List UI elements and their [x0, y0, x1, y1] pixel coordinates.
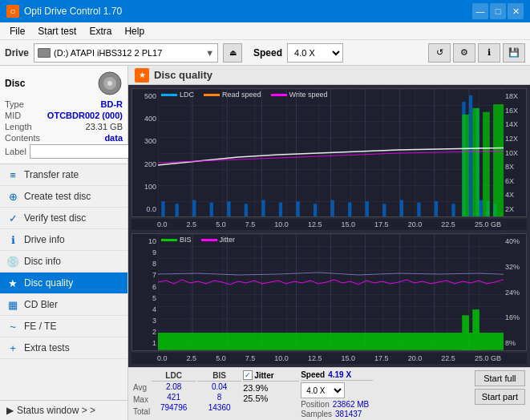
top-chart-svg — [158, 89, 504, 216]
drive-selector[interactable]: (D:) ATAPI iHBS312 2 PL17 ▼ — [34, 43, 218, 63]
ldc-legend-label: LDC — [180, 91, 194, 99]
extra-tests-label: Extra tests — [24, 342, 70, 353]
disc-type-row: Type BD-R — [5, 99, 123, 109]
svg-rect-18 — [245, 204, 248, 216]
app-icon: O — [6, 5, 19, 18]
menu-start-test[interactable]: Start test — [31, 24, 83, 38]
legend-bis: BIS — [161, 236, 192, 244]
app-title: Opti Drive Control 1.70 — [24, 6, 122, 17]
bottom-chart-legend: BIS Jitter — [161, 236, 235, 244]
fe-te-label: FE / TE — [24, 321, 56, 332]
disc-length-row: Length 23.31 GB — [5, 122, 123, 131]
create-test-disc-label: Create test disc — [24, 191, 91, 202]
maximize-button[interactable]: □ — [490, 3, 506, 19]
sidebar-item-disc-quality[interactable]: ★ Disc quality — [0, 273, 127, 294]
legend-write-speed: Write speed — [271, 91, 328, 99]
svg-rect-39 — [483, 112, 490, 217]
svg-rect-30 — [451, 204, 455, 216]
charts-area: 500 400 300 200 100 0.0 LDC — [128, 85, 530, 367]
svg-rect-22 — [314, 204, 317, 216]
sidebar-item-drive-info[interactable]: ℹ Drive info — [0, 229, 127, 251]
svg-rect-37 — [462, 115, 469, 216]
disc-panel: Disc Type BD-R MID OTCBDR002 (000) Lengt… — [0, 66, 127, 164]
svg-rect-32 — [469, 95, 472, 216]
content-title: Disc quality — [154, 69, 212, 81]
bis-avg: 0.04 — [197, 382, 241, 392]
sidebar-item-create-test-disc[interactable]: ⊕ Create test disc — [0, 186, 127, 208]
svg-rect-19 — [261, 200, 265, 217]
create-test-disc-icon: ⊕ — [6, 190, 19, 203]
svg-point-2 — [107, 81, 112, 86]
speed-header-row: Speed 4.19 X — [301, 370, 373, 381]
mid-value: OTCBDR002 (000) — [47, 111, 123, 120]
contents-value: data — [104, 133, 123, 143]
eject-button[interactable]: ⏏ — [223, 43, 242, 63]
sidebar-item-verify-test-disc[interactable]: ✓ Verify test disc — [0, 208, 127, 229]
speed-column: Speed 4.19 X 4.0 X 2.0 X 8.0 X Position … — [301, 370, 373, 418]
read-speed-legend-color — [204, 94, 220, 96]
start-part-button[interactable]: Start part — [475, 389, 525, 405]
status-window-toggle[interactable]: ▶ Status window > > — [0, 400, 127, 420]
svg-rect-34 — [479, 200, 483, 217]
label-input[interactable] — [30, 144, 136, 159]
status-window-arrow-icon: ▶ — [6, 405, 14, 416]
dropdown-arrow: ▼ — [205, 48, 214, 58]
jitter-legend-color — [201, 239, 217, 241]
bis-legend-label: BIS — [180, 236, 192, 244]
samples-label: Samples — [301, 410, 332, 418]
speed-select-small[interactable]: 4.0 X 2.0 X 8.0 X — [301, 382, 345, 398]
svg-rect-14 — [176, 204, 179, 216]
sidebar: Disc Type BD-R MID OTCBDR002 (000) Lengt… — [0, 66, 128, 420]
mid-label: MID — [5, 111, 21, 120]
settings-button[interactable]: ⚙ — [453, 43, 475, 63]
drive-actions: ↺ ⚙ ℹ 💾 — [428, 43, 525, 63]
length-label: Length — [5, 122, 32, 131]
save-button[interactable]: 💾 — [503, 43, 525, 63]
menu-extra[interactable]: Extra — [83, 24, 118, 38]
bottom-chart-svg — [158, 234, 504, 350]
jitter-max: 25.5% — [243, 394, 299, 403]
disc-panel-title: Disc — [5, 78, 25, 89]
sidebar-item-fe-te[interactable]: ~ FE / TE — [0, 316, 127, 337]
sidebar-item-transfer-rate[interactable]: ≡ Transfer rate — [0, 164, 127, 186]
fe-te-icon: ~ — [6, 320, 19, 333]
info-button[interactable]: ℹ — [478, 43, 500, 63]
write-speed-legend-color — [271, 94, 287, 96]
length-value: 23.31 GB — [86, 122, 123, 131]
refresh-button[interactable]: ↺ — [428, 43, 451, 63]
speed-selector[interactable]: 4.0 X 2.0 X 8.0 X — [287, 43, 343, 63]
sidebar-item-disc-info[interactable]: 💿 Disc info — [0, 251, 127, 273]
sidebar-item-cd-bler[interactable]: ▦ CD Bler — [0, 294, 127, 316]
total-row-label: Total — [133, 406, 150, 417]
close-button[interactable]: ✕ — [508, 3, 524, 19]
top-chart-main: LDC Read speed Write speed — [158, 89, 504, 216]
speed-header-label: Speed — [301, 370, 325, 379]
start-full-button[interactable]: Start full — [475, 370, 525, 386]
write-speed-legend-label: Write speed — [289, 91, 328, 99]
svg-rect-13 — [161, 201, 164, 216]
svg-rect-51 — [158, 333, 504, 350]
drive-bar: Drive (D:) ATAPI iHBS312 2 PL17 ▼ ⏏ Spee… — [0, 40, 530, 66]
svg-rect-53 — [472, 309, 479, 350]
title-bar-left: O Opti Drive Control 1.70 — [6, 5, 122, 18]
sidebar-item-extra-tests[interactable]: + Extra tests — [0, 337, 127, 359]
svg-rect-23 — [331, 200, 334, 217]
svg-rect-15 — [192, 200, 196, 217]
cd-bler-icon: ▦ — [6, 298, 19, 311]
legend-read-speed: Read speed — [204, 91, 261, 99]
jitter-avg: 23.9% — [243, 383, 299, 393]
menu-file[interactable]: File — [3, 24, 31, 38]
nav-list: ≡ Transfer rate ⊕ Create test disc ✓ Ver… — [0, 164, 127, 400]
jitter-legend-label: Jitter — [220, 236, 236, 244]
jitter-checkbox[interactable]: ✓ — [243, 370, 253, 380]
minimize-button[interactable]: — — [472, 3, 488, 19]
menu-help[interactable]: Help — [118, 24, 151, 38]
disc-mid-row: MID OTCBDR002 (000) — [5, 111, 123, 120]
drive-icon — [38, 48, 51, 58]
jitter-column: ✓ Jitter 23.9% 25.5% — [243, 370, 299, 404]
action-buttons: Start full Start part — [475, 370, 525, 418]
top-chart: 500 400 300 200 100 0.0 LDC — [131, 88, 527, 217]
svg-rect-29 — [435, 201, 438, 216]
bottom-chart-main: BIS Jitter — [158, 234, 504, 350]
stats-row-labels: Avg Max Total — [133, 370, 150, 417]
